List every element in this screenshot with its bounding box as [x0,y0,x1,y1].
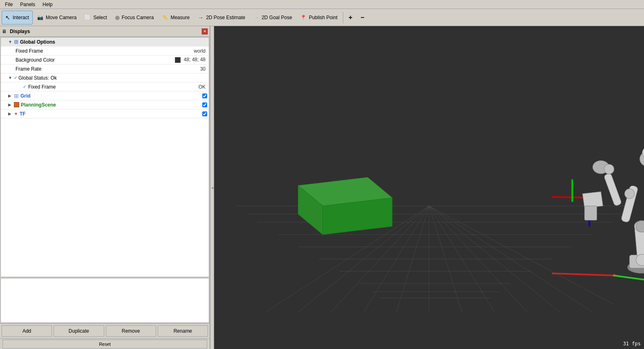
menu-help[interactable]: Help [39,1,56,8]
interact-button[interactable]: ↖ Interact [2,11,33,24]
svg-rect-44 [584,206,597,220]
select-button[interactable]: ⬜ Select [81,11,110,24]
viewport-scene [214,26,644,349]
background-color-label: Background Color [16,57,175,63]
global-options-icon: ⊞ [14,39,18,45]
frame-rate-value: 30 [200,66,207,72]
select-icon: ⬜ [85,15,91,20]
frame-rate-label: Frame Rate [16,66,200,72]
toolbar-separator [343,12,343,23]
expand-global-options[interactable]: ▼ [8,40,14,44]
status-fixed-frame-value: OK [199,84,207,90]
menu-panels[interactable]: Panels [17,1,38,8]
global-options-label: Global Options [20,39,207,45]
publish-point-button[interactable]: 📍 Publish Point [297,11,341,24]
global-status-label: Global Status: Ok [18,75,207,81]
2d-pose-button[interactable]: → 2D Pose Estimate [194,11,249,24]
grid-checkbox[interactable] [202,93,207,98]
focus-camera-button[interactable]: ◎ Focus Camera [112,11,158,24]
global-options-row[interactable]: ▼ ⊞ Global Options [1,38,209,47]
frame-rate-row: Frame Rate 30 [1,64,209,73]
planning-scene-row[interactable]: ▶ PlanningScene [1,100,209,109]
grid-label: Grid [20,93,202,99]
rename-button[interactable]: Rename [158,325,208,337]
bottom-buttons: Add Duplicate Remove Rename [0,323,210,338]
add-button[interactable]: Add [2,325,52,337]
move-camera-label: Move Camera [46,15,76,20]
measure-label: Measure [170,15,190,20]
menu-file[interactable]: File [2,1,16,8]
plus-icon: + [349,14,352,21]
expand-global-status[interactable]: ▼ [8,76,14,80]
main-area: 🖥 Displays ✕ ▼ ⊞ Global Options Fixed Fr… [0,26,644,349]
zoom-in-button[interactable]: + [345,11,356,24]
expand-planning-scene[interactable]: ▶ [8,102,14,107]
global-status-row[interactable]: ▼ ✓ Global Status: Ok [1,73,209,82]
expand-tf[interactable]: ▶ [8,111,14,116]
svg-point-48 [604,164,614,174]
focus-camera-label: Focus Camera [122,15,154,20]
global-status-check: ✓ [14,75,18,80]
focus-icon: ◎ [115,15,119,20]
svg-marker-43 [582,192,603,208]
statusbar: Reset [0,338,210,349]
panel-close-button[interactable]: ✕ [201,28,208,35]
publish-point-label: Publish Point [309,15,338,20]
background-color-row: Background Color 48; 48; 48 [1,56,209,64]
select-label: Select [93,15,107,20]
minus-icon: − [360,14,364,21]
bottom-area [0,278,209,323]
tf-checkbox[interactable] [202,111,207,116]
tf-row[interactable]: ▶ ✦ TF [1,109,209,118]
displays-icon: 🖥 [2,29,7,34]
status-fixed-frame-label: Fixed Frame [28,84,199,90]
status-checkmark: ✓ [23,84,27,89]
menubar: File Panels Help [0,0,644,9]
toolbar: ↖ Interact 📷 Move Camera ⬜ Select ◎ Focu… [0,9,644,26]
interact-label: Interact [13,15,29,20]
viewport[interactable]: 31 fps [214,26,644,349]
status-fixed-frame-row: ✓ Fixed Frame OK [1,82,209,91]
left-panel: 🖥 Displays ✕ ▼ ⊞ Global Options Fixed Fr… [0,26,210,349]
interact-icon: ↖ [5,14,10,21]
fps-counter: 31 fps [623,341,641,347]
move-camera-button[interactable]: 📷 Move Camera [34,11,80,24]
background-color-value: 48; 48; 48 [175,57,207,63]
planning-icon [14,102,19,107]
panel-header: 🖥 Displays ✕ [0,26,210,37]
tf-icon: ✦ [14,111,18,117]
camera-icon: 📷 [37,15,43,20]
background-color-text: 48; 48; 48 [184,57,206,62]
2d-goal-label: 2D Goal Pose [262,15,292,20]
grid-row[interactable]: ▶ ⊞ Grid [1,91,209,100]
resize-handle[interactable]: ◂ [210,26,214,349]
displays-tree: ▼ ⊞ Global Options Fixed Frame world Bac… [0,37,209,277]
measure-button[interactable]: 📏 Measure [158,11,193,24]
2d-goal-button[interactable]: → 2D Goal Pose [250,11,296,24]
background-color-swatch [175,57,181,63]
expand-grid[interactable]: ▶ [8,93,14,98]
goal2d-icon: → [253,14,259,21]
remove-button[interactable]: Remove [106,325,156,337]
svg-point-47 [625,189,635,199]
panel-title: Displays [8,29,201,34]
measure-icon: 📏 [162,15,168,20]
grid-display-icon: ⊞ [14,93,19,99]
publish-icon: 📍 [300,15,306,20]
reset-button[interactable]: Reset [2,340,207,349]
planning-scene-checkbox[interactable] [202,102,207,107]
fixed-frame-label: Fixed Frame [16,48,194,54]
2d-pose-label: 2D Pose Estimate [206,15,245,20]
fixed-frame-value: world [194,48,207,54]
tf-label: TF [20,111,202,117]
duplicate-button[interactable]: Duplicate [54,325,104,337]
pose2d-icon: → [198,14,203,21]
planning-scene-label: PlanningScene [21,102,202,108]
zoom-out-button[interactable]: − [357,11,368,24]
fixed-frame-row: Fixed Frame world [1,47,209,56]
